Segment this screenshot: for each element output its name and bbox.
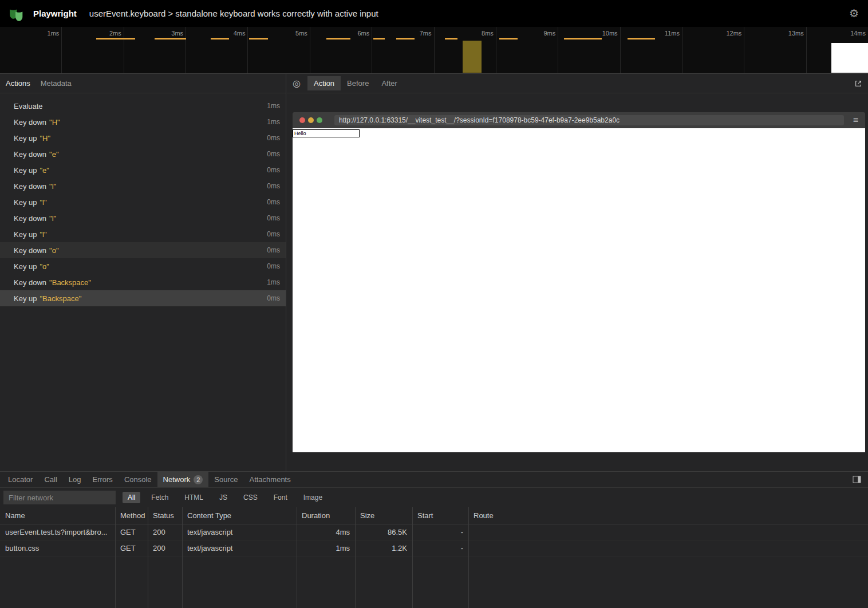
timeline-tick-label: 11ms <box>665 27 682 37</box>
action-list-item[interactable]: Key down"e"0ms <box>0 146 286 162</box>
column-header-name[interactable]: Name <box>0 511 115 520</box>
timeline-tick-label: 6ms <box>357 27 372 37</box>
timeline-tick-label: 3ms <box>171 27 186 37</box>
action-list-item[interactable]: Key down"H"1ms <box>0 114 286 130</box>
action-list-item[interactable]: Key up"H"0ms <box>0 130 286 146</box>
tab-errors[interactable]: Errors <box>86 472 118 487</box>
timeline-action-mark[interactable] <box>499 38 518 40</box>
column-header-status[interactable]: Status <box>148 511 182 520</box>
settings-gear-icon[interactable]: ⚙ <box>849 8 859 19</box>
pick-locator-icon[interactable]: ◎ <box>293 78 301 89</box>
tab-attachments[interactable]: Attachments <box>243 472 296 487</box>
action-list: Evaluate1msKey down"H"1msKey up"H"0msKey… <box>0 98 286 306</box>
action-list-item[interactable]: Key up"o"0ms <box>0 258 286 274</box>
timeline-column[interactable]: 12ms <box>682 27 744 73</box>
network-table-body: userEvent.test.ts?import&bro...GET200tex… <box>0 524 868 556</box>
column-header-duration[interactable]: Duration <box>297 511 355 520</box>
table-row[interactable]: userEvent.test.ts?import&bro...GET200tex… <box>0 524 868 540</box>
timeline-action-mark[interactable] <box>373 38 385 40</box>
action-duration: 0ms <box>267 262 280 270</box>
action-list-item[interactable]: Key up"Backspace"0ms <box>0 290 286 306</box>
action-list-item[interactable]: Key down"l"0ms <box>0 178 286 194</box>
timeline-action-mark[interactable] <box>96 38 135 40</box>
timeline-tick-label: 1ms <box>48 27 62 37</box>
action-duration: 0ms <box>267 230 280 238</box>
tab-before[interactable]: Before <box>341 76 375 90</box>
timeline-tick-label: 14ms <box>850 27 868 37</box>
column-header-size[interactable]: Size <box>355 511 412 520</box>
timeline[interactable]: 1ms2ms3ms4ms5ms6ms7ms8ms9ms10ms11ms12ms1… <box>0 27 868 74</box>
filter-chip-css[interactable]: CSS <box>238 492 263 503</box>
timeline-action-mark[interactable] <box>628 38 655 40</box>
action-duration: 0ms <box>267 246 280 254</box>
filter-chip-js[interactable]: JS <box>214 492 232 503</box>
action-list-item[interactable]: Key up"l"0ms <box>0 226 286 242</box>
action-list-item[interactable]: Key down"o"0ms <box>0 242 286 258</box>
timeline-tick-label: 9ms <box>543 27 558 37</box>
playwright-logo <box>9 6 25 22</box>
filter-chip-image[interactable]: Image <box>298 492 328 503</box>
action-list-item[interactable]: Key up"e"0ms <box>0 162 286 178</box>
action-list-item[interactable]: Key down"l"0ms <box>0 210 286 226</box>
table-row[interactable]: button.cssGET200text/javascript1ms1.2K- <box>0 540 868 556</box>
timeline-column[interactable]: 7ms <box>372 27 434 73</box>
action-duration: 0ms <box>267 134 280 142</box>
tab-actions[interactable]: Actions <box>6 79 30 88</box>
action-list-item[interactable]: Evaluate1ms <box>0 98 286 114</box>
action-list-item[interactable]: Key up"l"0ms <box>0 194 286 210</box>
timeline-column[interactable]: 11ms <box>621 27 682 73</box>
tab-locator[interactable]: Locator <box>2 472 38 487</box>
column-header-route[interactable]: Route <box>468 511 868 520</box>
timeline-column[interactable]: 1ms <box>0 27 62 73</box>
tab-after[interactable]: After <box>375 76 403 90</box>
column-header-content-type[interactable]: Content Type <box>182 511 297 520</box>
action-label: Key down <box>14 278 46 287</box>
tab-label: Network <box>163 475 191 484</box>
timeline-column[interactable]: 4ms <box>186 27 248 73</box>
cell-duration: 4ms <box>297 528 355 536</box>
filter-chip-all[interactable]: All <box>123 492 140 503</box>
cell-method: GET <box>115 544 148 552</box>
action-key-arg: "H" <box>49 118 60 127</box>
network-table: NameMethodStatusContent TypeDurationSize… <box>0 507 868 608</box>
timeline-column[interactable]: 2ms <box>62 27 124 73</box>
tab-source[interactable]: Source <box>208 472 243 487</box>
timeline-action-mark[interactable] <box>155 38 186 40</box>
action-list-item[interactable]: Key down"Backspace"1ms <box>0 274 286 290</box>
timeline-selected-range[interactable] <box>463 41 482 73</box>
timeline-column[interactable]: 9ms <box>496 27 558 73</box>
tab-action[interactable]: Action <box>307 76 341 90</box>
filter-chip-font[interactable]: Font <box>269 492 293 503</box>
column-header-method[interactable]: Method <box>115 511 148 520</box>
network-filter-input[interactable] <box>3 491 116 504</box>
timeline-column[interactable]: 6ms <box>310 27 372 73</box>
filter-chip-html[interactable]: HTML <box>179 492 208 503</box>
timeline-column[interactable]: 3ms <box>124 27 186 73</box>
tab-log[interactable]: Log <box>63 472 87 487</box>
action-duration: 1ms <box>267 118 280 126</box>
sidebar-toggle-icon[interactable] <box>853 476 861 483</box>
timeline-action-mark[interactable] <box>249 38 268 40</box>
timeline-column[interactable]: 5ms <box>248 27 310 73</box>
tab-metadata[interactable]: Metadata <box>41 79 72 88</box>
tab-network[interactable]: Network2 <box>157 472 209 487</box>
open-external-icon[interactable] <box>854 80 862 88</box>
cell-method: GET <box>115 528 148 536</box>
timeline-action-mark[interactable] <box>564 38 602 40</box>
timeline-action-mark[interactable] <box>445 38 457 40</box>
column-header-start[interactable]: Start <box>412 511 468 520</box>
filter-chip-fetch[interactable]: Fetch <box>146 492 173 503</box>
tab-call[interactable]: Call <box>38 472 62 487</box>
timeline-action-mark[interactable] <box>211 38 229 40</box>
timeline-column[interactable]: 10ms <box>558 27 620 73</box>
tab-console[interactable]: Console <box>119 472 157 487</box>
timeline-thumbnail <box>831 43 868 73</box>
page-text-input[interactable] <box>293 129 360 137</box>
timeline-action-mark[interactable] <box>396 38 415 40</box>
network-filter-chips: AllFetchHTMLJSCSSFontImage <box>123 492 328 503</box>
timeline-action-mark[interactable] <box>326 38 350 40</box>
top-bar: Playwright userEvent.keyboard > standalo… <box>0 0 868 27</box>
timeline-column[interactable]: 13ms <box>744 27 806 73</box>
action-duration: 0ms <box>267 198 280 206</box>
action-label: Key up <box>14 294 37 303</box>
